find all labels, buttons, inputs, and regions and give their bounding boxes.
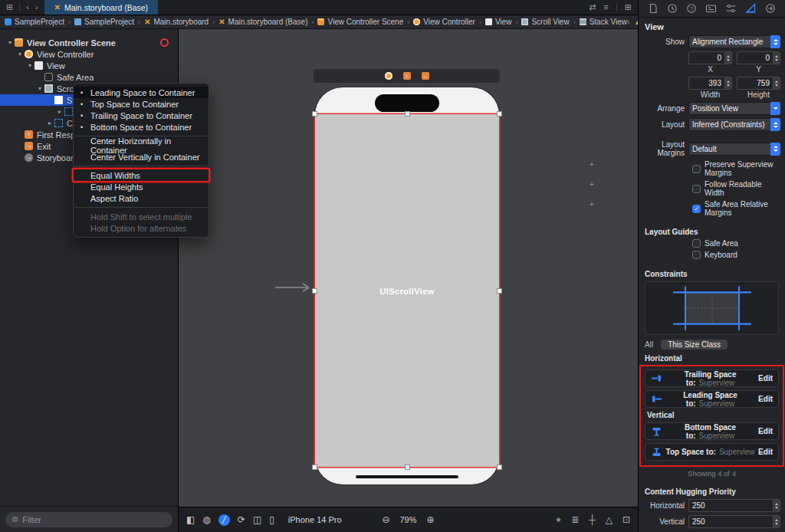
connections-inspector-icon[interactable]: [765, 3, 776, 14]
first-responder-dock-icon[interactable]: ↑: [403, 72, 411, 80]
iphone-device-frame[interactable]: UIScrollView: [315, 87, 499, 484]
width-field[interactable]: 393: [688, 77, 724, 90]
resize-handle-left[interactable]: [312, 288, 317, 294]
segment-all[interactable]: All: [645, 340, 653, 349]
outline-row-view[interactable]: ▾ View: [0, 60, 178, 71]
disclosure-open-icon[interactable]: ▾: [16, 51, 24, 57]
previous-issue-button[interactable]: ‹: [627, 18, 629, 26]
editor-swap-icon[interactable]: ⇄: [589, 3, 596, 11]
resize-handle-top-left[interactable]: [312, 111, 317, 117]
identity-inspector-icon[interactable]: [705, 3, 717, 14]
resize-handle-top-right[interactable]: [497, 111, 502, 117]
device-icon[interactable]: ▯: [269, 514, 274, 525]
menu-item-center-vertically[interactable]: Center Vertically in Container: [74, 151, 209, 163]
device-name[interactable]: iPhone 14 Pro: [288, 515, 342, 524]
zoom-in-icon[interactable]: ⊕: [427, 514, 435, 525]
disclosure-closed-icon[interactable]: ▸: [46, 120, 54, 126]
height-stepper[interactable]: [773, 77, 780, 90]
adaptation-icon[interactable]: ◫: [253, 514, 261, 525]
variants-icon[interactable]: ◍: [202, 514, 210, 525]
menu-item-aspect-ratio[interactable]: Aspect Ratio: [74, 192, 209, 204]
view-controller-dock-icon[interactable]: [385, 72, 392, 80]
segment-this-size-class[interactable]: This Size Class: [661, 340, 728, 350]
constraints-diagram[interactable]: [645, 281, 779, 335]
stepper[interactable]: [773, 515, 780, 528]
align-icon[interactable]: ≣: [571, 514, 579, 525]
storyboard-entry-arrow[interactable]: [275, 282, 315, 293]
edit-button[interactable]: Edit: [758, 395, 773, 403]
stepper-cap[interactable]: [770, 143, 780, 156]
stepper-cap[interactable]: [770, 118, 780, 131]
resolve-autolayout-icon[interactable]: △: [606, 514, 613, 525]
related-items-icon[interactable]: ⊞: [6, 3, 13, 11]
appearance-toggle-icon[interactable]: ╱: [218, 514, 230, 526]
scroll-view-canvas[interactable]: UIScrollView: [315, 114, 499, 467]
hugging-vertical-field[interactable]: 250: [688, 515, 773, 528]
disclosure-open-icon[interactable]: ▾: [36, 85, 44, 92]
quick-help-inspector-icon[interactable]: ?: [686, 3, 697, 14]
tab-main-storyboard[interactable]: ✕ Main.storyboard (Base): [44, 0, 159, 15]
breadcrumb-storyboard[interactable]: ✕Main.storyboard: [144, 18, 209, 26]
outline-row-view-controller[interactable]: ▾ View Controller: [0, 48, 178, 60]
history-inspector-icon[interactable]: [667, 3, 678, 14]
embed-in-icon[interactable]: ⊡: [622, 514, 630, 525]
outline-toggle-icon[interactable]: ◧: [186, 514, 195, 525]
hugging-horizontal-field[interactable]: 250: [688, 499, 773, 512]
trailing-space-constraint-row[interactable]: Trailing Space to:Superview Edit: [645, 369, 779, 387]
menu-item-top-space[interactable]: •Top Space to Container: [74, 98, 209, 110]
arrange-popup[interactable]: Position View: [688, 102, 780, 115]
add-editor-icon[interactable]: ⊞: [625, 3, 632, 11]
resize-handle-top-center[interactable]: [405, 111, 410, 117]
resize-handle-bottom-left[interactable]: [312, 465, 317, 470]
exit-dock-icon[interactable]: →: [422, 72, 429, 80]
disclosure-open-icon[interactable]: ▾: [6, 39, 14, 46]
stepper[interactable]: [773, 499, 780, 512]
preserve-superview-margins-checkbox[interactable]: [692, 165, 701, 173]
variation-plus-icon[interactable]: +: [590, 180, 594, 189]
breadcrumb-view-controller[interactable]: View Controller: [413, 18, 475, 26]
editor-list-icon[interactable]: ≡: [603, 3, 608, 11]
storyboard-canvas[interactable]: ↑ → UIScrollView: [179, 29, 638, 532]
update-frames-icon[interactable]: ⌖: [556, 514, 561, 525]
menu-item-center-horizontally[interactable]: Center Horizontally in Container: [74, 140, 209, 151]
breadcrumb-project[interactable]: SampleProject: [5, 18, 64, 26]
width-stepper[interactable]: [724, 77, 732, 90]
attributes-inspector-icon[interactable]: [725, 3, 737, 14]
variation-plus-icon[interactable]: +: [590, 200, 594, 209]
stepper-cap[interactable]: [770, 35, 780, 48]
breadcrumb-stack-view[interactable]: Stack View: [580, 18, 627, 26]
follow-readable-width-checkbox[interactable]: [692, 185, 701, 193]
top-space-constraint-row[interactable]: Top Space to:Superview Edit: [645, 443, 779, 461]
breadcrumb-group[interactable]: SampleProject: [74, 18, 134, 26]
disclosure-closed-icon[interactable]: ▸: [56, 108, 64, 115]
edit-button[interactable]: Edit: [758, 427, 773, 435]
y-stepper[interactable]: [773, 51, 780, 64]
menu-item-trailing-space[interactable]: •Trailing Space to Container: [74, 110, 209, 121]
add-constraints-icon[interactable]: ┼: [589, 514, 596, 525]
disclosure-open-icon[interactable]: ▾: [26, 62, 34, 69]
y-field[interactable]: 0: [737, 51, 773, 64]
size-inspector-icon-active[interactable]: [745, 3, 757, 14]
breadcrumb-storyboard-base[interactable]: ✕Main.storyboard (Base): [218, 18, 307, 26]
file-inspector-icon[interactable]: [648, 3, 659, 14]
layout-margins-popup[interactable]: Default: [688, 143, 780, 156]
filter-input[interactable]: ⊜ Filter: [5, 512, 172, 527]
outline-row-view-controller-scene[interactable]: ▾ View Controller Scene: [0, 37, 178, 48]
variation-plus-icon[interactable]: +: [590, 160, 594, 169]
menu-item-bottom-space[interactable]: •Bottom Space to Container: [74, 121, 209, 133]
breadcrumb-scroll-view[interactable]: Scroll View: [521, 18, 569, 26]
orientation-icon[interactable]: ⟳: [238, 514, 245, 525]
resize-handle-right[interactable]: [497, 288, 502, 294]
bottom-space-constraint-row[interactable]: Bottom Space to:Superview Edit: [645, 422, 779, 440]
outline-row-safe-area[interactable]: Safe Area: [0, 71, 178, 83]
show-popup[interactable]: Alignment Rectangle: [688, 35, 780, 48]
height-field[interactable]: 759: [737, 77, 773, 90]
x-stepper[interactable]: [724, 51, 732, 64]
leading-space-constraint-row[interactable]: Leading Space to:Superview Edit: [645, 390, 779, 408]
error-badge[interactable]: [160, 38, 169, 47]
keyboard-guide-checkbox[interactable]: [692, 251, 701, 259]
edit-button[interactable]: Edit: [758, 448, 773, 456]
menu-item-equal-widths[interactable]: Equal Widths: [74, 169, 209, 181]
layout-popup[interactable]: Inferred (Constraints): [688, 118, 780, 131]
safe-area-relative-margins-checkbox[interactable]: ✓: [692, 205, 701, 213]
